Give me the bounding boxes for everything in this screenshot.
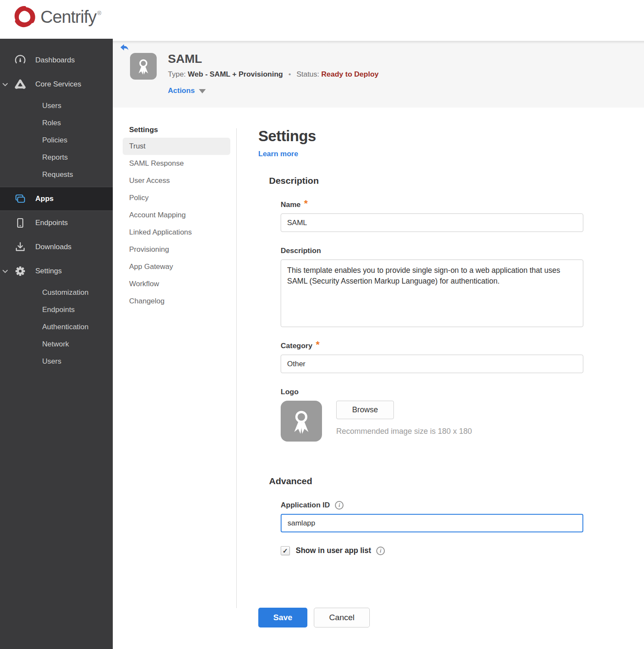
actions-dropdown[interactable]: Actions — [168, 87, 206, 95]
sidebar-item-label: Apps — [35, 195, 54, 203]
sidebar-item-label: Settings — [35, 267, 62, 275]
download-icon — [15, 241, 26, 253]
sidebar-item-customization[interactable]: Customization — [0, 284, 113, 301]
sidebar-item-roles[interactable]: Roles — [0, 114, 113, 132]
description-field-label: Description — [281, 247, 594, 255]
app-header: SAML Type: Web - SAML + Provisioning • S… — [113, 41, 644, 108]
info-icon[interactable]: i — [335, 501, 344, 510]
gauge-icon — [15, 55, 26, 66]
sidebar-item-label: Dashboards — [35, 56, 75, 65]
sidebar-item-authentication[interactable]: Authentication — [0, 318, 113, 336]
status-label: Status: — [297, 70, 319, 78]
tab-workflow[interactable]: Workflow — [123, 275, 230, 293]
app-logo-preview — [281, 401, 322, 442]
tab-provisioning[interactable]: Provisioning — [123, 241, 230, 258]
category-field-label: Category * — [281, 342, 594, 350]
tab-trust[interactable]: Trust — [123, 138, 230, 155]
advanced-section-heading: Advanced — [269, 476, 594, 486]
cancel-button[interactable]: Cancel — [314, 608, 370, 627]
type-label: Type: — [168, 70, 186, 78]
centrify-logo: Centrify ® — [12, 4, 101, 29]
sidebar: Dashboards Core Services Users Roles Pol… — [0, 39, 113, 649]
sidebar-item-users-settings[interactable]: Users — [0, 353, 113, 370]
sidebar-item-users[interactable]: Users — [0, 97, 113, 114]
content-area: Settings Trust SAML Response User Access… — [113, 108, 644, 649]
caret-down-icon — [199, 89, 206, 93]
meta-separator: • — [288, 70, 291, 78]
apps-icon — [15, 193, 26, 204]
app-meta: Type: Web - SAML + Provisioning • Status… — [168, 70, 378, 79]
sidebar-item-apps[interactable]: Apps — [0, 187, 113, 211]
description-section-heading: Description — [269, 176, 594, 186]
tab-linked-applications[interactable]: Linked Applications — [123, 224, 230, 241]
info-icon[interactable]: i — [376, 547, 385, 555]
core-services-subnav: Users Roles Policies Reports Requests — [0, 96, 113, 187]
tab-saml-response[interactable]: SAML Response — [123, 155, 230, 172]
tab-changelog[interactable]: Changelog — [123, 293, 230, 310]
sidebar-item-downloads[interactable]: Downloads — [0, 235, 113, 259]
tab-policy[interactable]: Policy — [123, 189, 230, 207]
brand-name: Centrify — [40, 7, 96, 27]
tab-app-gateway[interactable]: App Gateway — [123, 258, 230, 275]
name-field-label: Name * — [281, 201, 594, 209]
sidebar-item-label: Downloads — [35, 243, 71, 251]
core-services-icon — [15, 79, 26, 90]
tab-user-access[interactable]: User Access — [123, 172, 230, 189]
sidebar-item-core-services[interactable]: Core Services — [0, 72, 113, 96]
sidebar-item-requests[interactable]: Requests — [0, 166, 113, 183]
page-title: SAML — [168, 52, 202, 66]
registered-mark: ® — [97, 10, 102, 16]
application-id-label: Application ID i — [281, 501, 594, 510]
sidebar-item-policies[interactable]: Policies — [0, 132, 113, 149]
show-in-user-app-list-checkbox[interactable]: ✓ — [281, 546, 290, 555]
type-value: Web - SAML + Provisioning — [188, 70, 283, 78]
settings-subnav-panel: Settings Trust SAML Response User Access… — [123, 126, 230, 310]
description-textarea[interactable]: This template enables you to provide sin… — [281, 260, 583, 327]
category-input[interactable] — [281, 355, 583, 373]
chevron-down-icon — [2, 81, 9, 88]
sidebar-item-dashboards[interactable]: Dashboards — [0, 48, 113, 72]
required-asterisk: * — [316, 339, 320, 350]
status-badge: Ready to Deploy — [321, 70, 378, 78]
settings-subnav: Customization Endpoints Authentication N… — [0, 283, 113, 374]
centrify-swirl-icon — [12, 4, 37, 29]
browse-button[interactable]: Browse — [336, 401, 394, 419]
sidebar-item-endpoints[interactable]: Endpoints — [0, 211, 113, 235]
app-logo-small — [130, 53, 157, 80]
top-bar: Centrify ® — [0, 0, 644, 39]
vertical-divider — [236, 128, 237, 608]
sidebar-item-settings[interactable]: Settings — [0, 259, 113, 283]
name-input[interactable] — [281, 213, 583, 232]
back-arrow-icon[interactable] — [120, 43, 129, 52]
subnav-heading: Settings — [123, 126, 230, 134]
sidebar-item-network[interactable]: Network — [0, 336, 113, 353]
gear-icon — [15, 266, 26, 277]
mobile-device-icon — [15, 217, 26, 229]
application-id-input[interactable] — [281, 514, 583, 532]
logo-size-hint: Recommended image size is 180 x 180 — [336, 427, 472, 436]
required-asterisk: * — [304, 198, 308, 209]
show-in-user-app-list-label: Show in user app list — [296, 546, 371, 555]
chevron-down-icon — [2, 268, 9, 275]
sidebar-item-endpoints-settings[interactable]: Endpoints — [0, 301, 113, 318]
learn-more-link[interactable]: Learn more — [258, 150, 298, 158]
logo-field-label: Logo — [281, 388, 594, 396]
section-title: Settings — [258, 127, 594, 145]
sidebar-item-label: Core Services — [35, 80, 81, 89]
sidebar-item-label: Endpoints — [35, 219, 68, 227]
save-button[interactable]: Save — [258, 608, 307, 627]
actions-label: Actions — [168, 87, 195, 95]
tab-account-mapping[interactable]: Account Mapping — [123, 207, 230, 224]
settings-form: Settings Learn more Description Name * D… — [258, 127, 594, 627]
sidebar-item-reports[interactable]: Reports — [0, 149, 113, 166]
